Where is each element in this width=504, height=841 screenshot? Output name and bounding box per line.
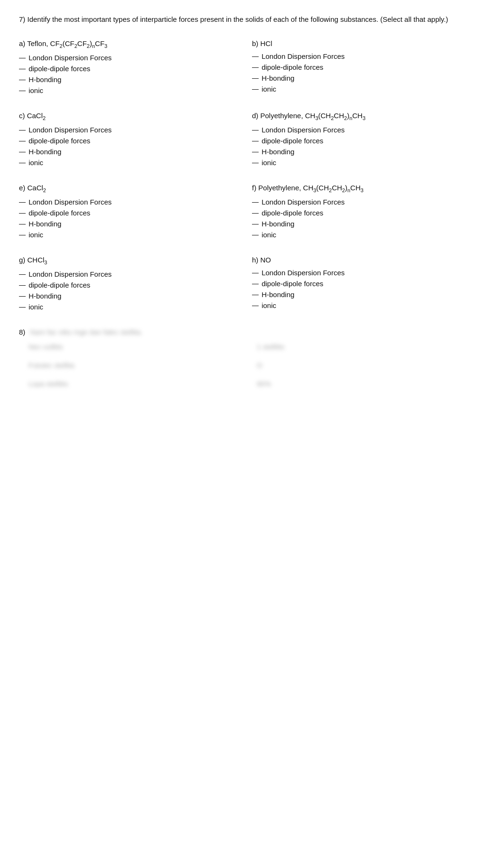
substance-f: f) Polyethylene, CH3(CH2CH2)nCH3 London … <box>252 179 485 251</box>
question8-col-right: 1 stellitts O 90% <box>257 340 485 391</box>
force-f-hbond[interactable]: H-bonding <box>252 220 485 228</box>
substance-e-name: e) CaCl2 <box>19 184 252 193</box>
force-c-ionic[interactable]: ionic <box>19 159 252 167</box>
force-a-london[interactable]: London Dispersion Forces <box>19 54 252 62</box>
force-b-dipole[interactable]: dipole-dipole forces <box>252 63 485 71</box>
force-h-hbond[interactable]: H-bonding <box>252 290 485 299</box>
force-a-ionic[interactable]: ionic <box>19 86 252 94</box>
q8-col2-item3: 90% <box>257 380 485 388</box>
substance-a: a) Teflon, CF2(CF2CF2)nCF3 London Disper… <box>19 35 252 107</box>
force-h-ionic[interactable]: ionic <box>252 301 485 309</box>
substance-h-name: h) NO <box>252 256 485 264</box>
substance-d: d) Polyethylene, CH3(CH2CH2)nCH3 London … <box>252 107 485 179</box>
force-h-dipole[interactable]: dipole-dipole forces <box>252 280 485 288</box>
force-e-hbond[interactable]: H-bonding <box>19 220 252 228</box>
force-g-hbond[interactable]: H-bonding <box>19 292 252 300</box>
substance-c-name: c) CaCl2 <box>19 112 252 121</box>
force-b-hbond[interactable]: H-bonding <box>252 74 485 82</box>
q8-col1-item1: Nec vullitts <box>28 343 257 351</box>
force-d-dipole[interactable]: dipole-dipole forces <box>252 137 485 145</box>
force-g-london[interactable]: London Dispersion Forces <box>19 270 252 278</box>
substance-e: e) CaCl2 London Dispersion Forces dipole… <box>19 179 252 251</box>
question8-number: 8) <box>19 328 25 336</box>
q8-col2-item2: O <box>257 361 485 369</box>
question7-number: 7) <box>19 15 25 23</box>
q8-col1-item2: Fututec stellita <box>28 361 257 369</box>
force-h-london[interactable]: London Dispersion Forces <box>252 269 485 277</box>
question8-header: 8) Nam fac vittu mge dan falec stellita. <box>19 328 485 336</box>
force-b-ionic[interactable]: ionic <box>252 85 485 93</box>
substance-a-name: a) Teflon, CF2(CF2CF2)nCF3 <box>19 39 252 49</box>
question8-grid: Nec vullitts Fututec stellita Lopa stell… <box>19 340 485 391</box>
question7-header: 7) Identify the most important types of … <box>19 14 485 25</box>
force-a-dipole[interactable]: dipole-dipole forces <box>19 65 252 73</box>
force-d-ionic[interactable]: ionic <box>252 159 485 167</box>
question8-col-left: Nec vullitts Fututec stellita Lopa stell… <box>28 340 257 391</box>
force-c-hbond[interactable]: H-bonding <box>19 148 252 156</box>
question7-text: Identify the most important types of int… <box>28 15 448 23</box>
force-b-london[interactable]: London Dispersion Forces <box>252 52 485 60</box>
force-e-ionic[interactable]: ionic <box>19 231 252 239</box>
q8-col1-item3: Lopa stellitts <box>28 380 257 388</box>
force-g-ionic[interactable]: ionic <box>19 303 252 311</box>
force-a-hbond[interactable]: H-bonding <box>19 75 252 84</box>
q8-col2-item1: 1 stellitts <box>257 343 485 351</box>
substance-b: b) HCl London Dispersion Forces dipole-d… <box>252 35 485 107</box>
substance-g-name: g) CHCl3 <box>19 256 252 265</box>
force-f-ionic[interactable]: ionic <box>252 231 485 239</box>
substance-f-name: f) Polyethylene, CH3(CH2CH2)nCH3 <box>252 184 485 193</box>
force-c-dipole[interactable]: dipole-dipole forces <box>19 137 252 145</box>
force-f-dipole[interactable]: dipole-dipole forces <box>252 209 485 217</box>
substance-d-name: d) Polyethylene, CH3(CH2CH2)nCH3 <box>252 112 485 121</box>
substance-c: c) CaCl2 London Dispersion Forces dipole… <box>19 107 252 179</box>
force-e-dipole[interactable]: dipole-dipole forces <box>19 209 252 217</box>
question8-section: 8) Nam fac vittu mge dan falec stellita.… <box>19 328 485 391</box>
substance-h: h) NO London Dispersion Forces dipole-di… <box>252 251 485 323</box>
force-g-dipole[interactable]: dipole-dipole forces <box>19 281 252 289</box>
force-d-london[interactable]: London Dispersion Forces <box>252 126 485 134</box>
force-f-london[interactable]: London Dispersion Forces <box>252 198 485 206</box>
question8-header-blurred: Nam fac vittu mge dan falec stellita. <box>30 328 143 336</box>
substance-b-name: b) HCl <box>252 39 485 47</box>
force-d-hbond[interactable]: H-bonding <box>252 148 485 156</box>
force-c-london[interactable]: London Dispersion Forces <box>19 126 252 134</box>
force-e-london[interactable]: London Dispersion Forces <box>19 198 252 206</box>
substance-g: g) CHCl3 London Dispersion Forces dipole… <box>19 251 252 323</box>
